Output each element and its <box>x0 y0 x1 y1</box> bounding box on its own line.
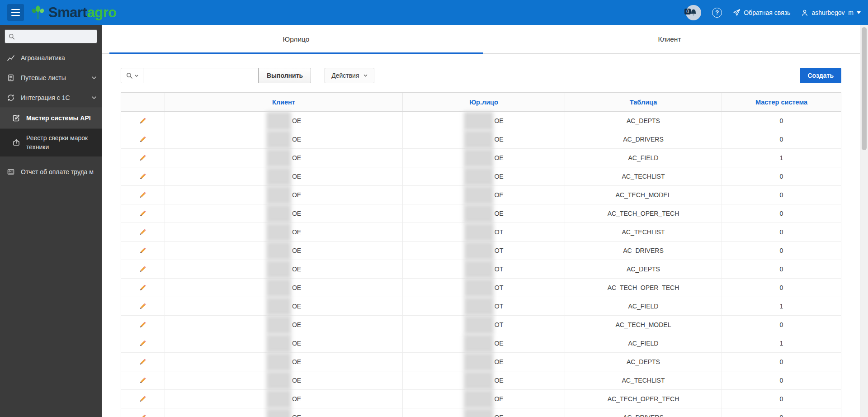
sidebar-item-integraciya-1c[interactable]: Интеграция с 1С <box>0 88 102 108</box>
sidebar-item-putevye-listy[interactable]: Путевые листы <box>0 68 102 88</box>
table-row: ОЕ ОТ AC_FIELD 1 <box>121 297 841 316</box>
edit-row-button[interactable] <box>137 226 149 238</box>
report-search-input[interactable] <box>143 68 259 83</box>
jurlico-name-suffix: ОЕ <box>494 191 503 199</box>
redacted-client-name <box>266 167 291 186</box>
edit-row-button[interactable] <box>137 374 149 386</box>
table-row: ОЕ ОТ AC_TECHLIST 0 <box>121 223 841 242</box>
pencil-icon <box>138 357 148 367</box>
redacted-client-name <box>266 260 291 279</box>
edit-row-button[interactable] <box>137 282 149 294</box>
feedback-button[interactable]: Обратная связь <box>733 9 790 16</box>
table-row: ОЕ ОТ AC_TECH_OPER_TECH 0 <box>121 279 841 297</box>
jurlico-name-suffix: ОЕ <box>494 340 503 347</box>
analytics-icon <box>6 53 15 62</box>
edit-row-button[interactable] <box>137 356 149 368</box>
sidebar-item-label: Отчет об оплате труда м <box>21 168 94 175</box>
client-name-suffix: ОЕ <box>292 154 301 161</box>
run-button[interactable]: Выполнить <box>259 68 311 83</box>
redacted-jurlico-name <box>464 279 494 297</box>
table-name-value: AC_FIELD <box>628 303 659 310</box>
sidebar-item-label: Мастер системы API <box>26 114 91 122</box>
user-icon <box>801 9 808 16</box>
table-name-value: AC_DRIVERS <box>623 414 663 417</box>
edit-row-button[interactable] <box>137 171 149 182</box>
redacted-client-name <box>266 353 291 371</box>
edit-row-button[interactable] <box>137 152 149 164</box>
redacted-client-name <box>266 279 291 297</box>
tab-jurlico[interactable]: Юрлицо <box>109 25 483 53</box>
app-logo[interactable]: Smartagro <box>29 4 117 21</box>
edit-row-button[interactable] <box>137 412 149 417</box>
sidebar-item-otchet-ob-oplate[interactable]: Отчет об оплате труда м <box>0 162 102 182</box>
page-scrollbar[interactable] <box>860 25 868 417</box>
table-row: ОЕ ОЕ AC_TECHLIST 0 <box>121 371 841 390</box>
client-name-suffix: ОЕ <box>292 191 301 199</box>
edit-row-button[interactable] <box>137 245 149 256</box>
edit-row-button[interactable] <box>137 208 149 219</box>
notifications-button[interactable]: 0 <box>686 5 701 20</box>
sidebar-search[interactable] <box>5 29 97 43</box>
logo-text: Smartagro <box>48 5 117 19</box>
sidebar-item-master-sistemy-api[interactable]: Мастер системы API <box>0 108 102 128</box>
pencil-icon <box>138 338 148 348</box>
edit-row-button[interactable] <box>137 300 149 312</box>
hamburger-menu-button[interactable] <box>7 4 24 21</box>
column-header-jurlico[interactable]: Юр.лицо <box>403 93 565 111</box>
client-name-suffix: ОЕ <box>292 136 301 143</box>
payroll-report-icon <box>6 167 15 176</box>
client-name-suffix: ОЕ <box>292 340 301 347</box>
redacted-jurlico-name <box>464 353 493 371</box>
table-name-value: AC_TECHLIST <box>622 173 665 180</box>
sidebar-item-reestr-sverki-marok[interactable]: Реестр сверки марок техники <box>0 128 102 156</box>
help-button[interactable]: ? <box>712 8 722 18</box>
jurlico-name-suffix: ОТ <box>495 303 503 310</box>
redacted-jurlico-name <box>464 408 493 417</box>
client-name-suffix: ОЕ <box>292 173 301 180</box>
edit-row-button[interactable] <box>137 263 149 275</box>
client-name-suffix: ОЕ <box>292 117 301 124</box>
user-menu[interactable]: ashurbegov_m <box>801 9 861 16</box>
sidebar-item-agroanalitika[interactable]: Агроаналитика <box>0 48 102 68</box>
table-name-value: AC_DEPTS <box>627 265 660 273</box>
create-button[interactable]: Создать <box>800 68 841 83</box>
tab-klient[interactable]: Клиент <box>483 25 856 53</box>
table-name-value: AC_DEPTS <box>627 117 660 124</box>
redacted-client-name <box>266 334 291 353</box>
master-system-value: 0 <box>780 136 783 143</box>
scrollbar-thumb[interactable] <box>862 27 867 150</box>
redacted-client-name <box>266 149 291 167</box>
bell-icon <box>689 9 698 17</box>
edit-row-button[interactable] <box>137 393 149 405</box>
client-name-suffix: ОЕ <box>292 414 301 417</box>
redacted-client-name <box>266 408 291 417</box>
chevron-down-icon <box>92 76 96 79</box>
redacted-jurlico-name <box>464 242 494 260</box>
tab-label: Клиент <box>658 35 681 43</box>
edit-row-button[interactable] <box>137 189 149 201</box>
column-header-tablica[interactable]: Таблица <box>565 93 722 111</box>
table-row: ОЕ ОЕ AC_TECH_MODEL 0 <box>121 186 841 204</box>
pencil-icon <box>138 134 148 144</box>
edit-row-button[interactable] <box>137 133 149 145</box>
table-name-value: AC_TECH_OPER_TECH <box>608 210 679 217</box>
logo-leaf-icon <box>29 4 47 21</box>
redacted-client-name <box>266 390 291 408</box>
actions-button[interactable]: Действия <box>325 68 374 83</box>
edit-row-button[interactable] <box>137 319 149 331</box>
sidebar-search-input[interactable] <box>18 33 93 40</box>
report-toolbar: Выполнить Действия Создать <box>121 67 841 84</box>
edit-row-button[interactable] <box>137 337 149 349</box>
search-column-selector[interactable] <box>121 68 143 83</box>
column-header-klient[interactable]: Клиент <box>165 93 403 111</box>
column-header-master-sistema[interactable]: Мастер система <box>722 93 841 111</box>
redacted-client-name <box>266 316 291 334</box>
edit-row-button[interactable] <box>137 115 149 127</box>
table-row: ОЕ ОЕ AC_FIELD 1 <box>121 334 841 353</box>
client-name-suffix: ОЕ <box>292 395 301 403</box>
redacted-client-name <box>266 242 291 260</box>
client-name-suffix: ОЕ <box>292 358 301 365</box>
sidebar: Агроаналитика Путевые листы Интеграция с… <box>0 25 102 417</box>
master-system-value: 0 <box>780 395 783 403</box>
paper-plane-icon <box>733 9 741 16</box>
